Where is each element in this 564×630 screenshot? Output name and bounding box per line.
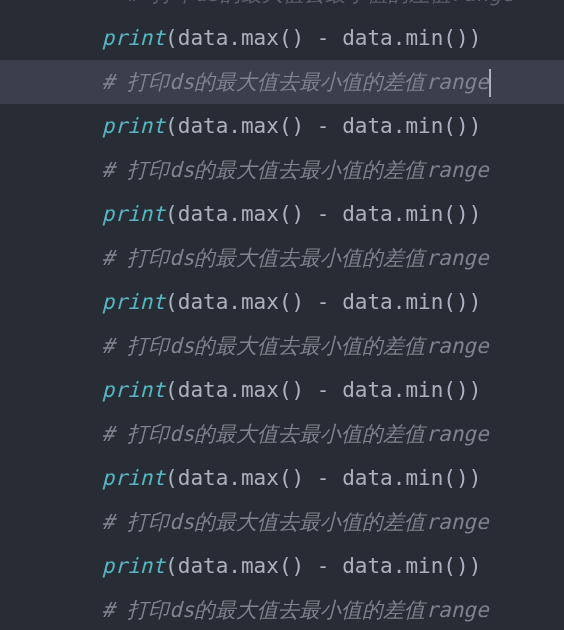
text-cursor — [489, 69, 491, 97]
code-editor[interactable]: # 打印ds的最大值去最小值的差值range print(data.max() … — [26, 0, 564, 630]
comment-text: # 打印ds的最大值去最小值的差值range — [102, 598, 489, 622]
editor-line[interactable]: # 打印ds的最大值去最小值的差值range — [26, 588, 564, 630]
